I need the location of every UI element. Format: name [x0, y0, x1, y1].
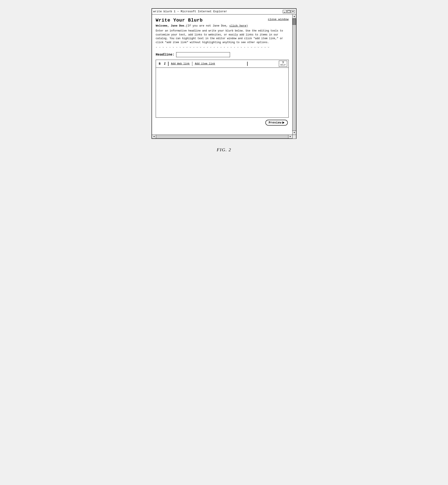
editor-toolbar: B I Add Web link Add item link ? HELP	[156, 60, 288, 68]
add-item-link-button[interactable]: Add item link	[193, 62, 217, 66]
scroll-down-button[interactable]: ▼	[293, 131, 296, 135]
divider-dashes: - - - - - - - - - - - - - - - - - - - - …	[156, 46, 288, 49]
welcome-close-paren: )	[246, 24, 248, 27]
title-bar: write blurb 1 – Microsoft Internet Explo…	[152, 9, 296, 15]
editor-textarea[interactable]	[157, 69, 287, 116]
headline-row: Headline:	[156, 52, 288, 57]
toolbar-divider-3	[247, 62, 248, 66]
browser-content: Write Your Blurb close window Welcome, J…	[152, 15, 292, 135]
figure-caption: FIG. 2	[217, 147, 232, 152]
help-label: HELP	[280, 64, 286, 66]
editor-body	[156, 68, 288, 117]
minimize-button[interactable]	[283, 10, 287, 13]
title-bar-text: write blurb 1 – Microsoft Internet Explo…	[153, 10, 227, 13]
preview-label: Preview	[269, 121, 281, 124]
maximize-button[interactable]	[287, 10, 291, 13]
editor-container: B I Add Web link Add item link ? HELP	[156, 60, 288, 118]
not-jane-doe-link[interactable]: click here	[229, 24, 246, 27]
help-question-mark: ?	[280, 61, 286, 64]
browser-body: Write Your Blurb close window Welcome, J…	[152, 15, 296, 135]
close-button[interactable]	[291, 10, 295, 13]
bold-button[interactable]: B	[157, 62, 162, 66]
scroll-up-button[interactable]: ▲	[293, 15, 296, 19]
page-header: Write Your Blurb close window	[156, 18, 288, 23]
page-title: Write Your Blurb	[156, 18, 203, 23]
preview-play-icon	[282, 121, 284, 124]
headline-label: Headline:	[156, 53, 175, 57]
scroll-left-button[interactable]: ◄	[152, 135, 156, 138]
scrollbar-corner	[292, 135, 296, 139]
welcome-normal: (If you are not Jane Doe,	[186, 24, 230, 27]
help-button[interactable]: ? HELP	[279, 61, 287, 67]
instructions-text: Enter an informative headline and write …	[156, 29, 288, 44]
italic-button[interactable]: I	[162, 62, 168, 66]
title-bar-buttons	[283, 10, 295, 13]
headline-input[interactable]	[176, 52, 230, 57]
browser-window: write blurb 1 – Microsoft Internet Explo…	[152, 8, 296, 139]
add-web-link-button[interactable]: Add Web link	[169, 62, 191, 66]
welcome-line: Welcome, Jane Doe.(If you are not Jane D…	[156, 24, 288, 27]
toolbar-divider-1	[168, 62, 168, 66]
scroll-track-horizontal	[156, 135, 288, 138]
preview-row: Preview	[156, 120, 288, 125]
close-window-link[interactable]: close window	[268, 18, 288, 21]
welcome-bold: Welcome, Jane Doe.	[156, 24, 186, 27]
scroll-track-vertical	[293, 19, 296, 131]
toolbar-divider-2	[192, 62, 192, 66]
scroll-thumb-vertical[interactable]	[293, 19, 296, 25]
preview-button[interactable]: Preview	[265, 120, 288, 125]
scroll-right-button[interactable]: ►	[288, 135, 292, 138]
scrollbar-bottom: ◄ ►	[152, 135, 296, 138]
page-wrapper: write blurb 1 – Microsoft Internet Explo…	[152, 8, 296, 152]
scrollbar-right: ▲ ▼	[292, 15, 296, 135]
